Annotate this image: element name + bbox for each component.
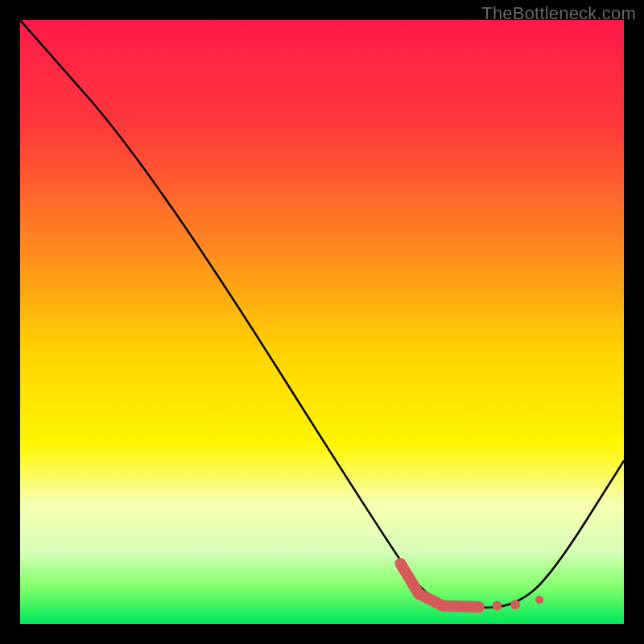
chart-frame [20,20,624,624]
bottleneck-chart [20,20,624,624]
watermark-text: TheBottleneck.com [481,3,636,24]
highlight-dot [493,601,502,611]
gradient-background [20,20,624,624]
highlight-dot [510,600,520,609]
highlight-dot [535,596,543,604]
